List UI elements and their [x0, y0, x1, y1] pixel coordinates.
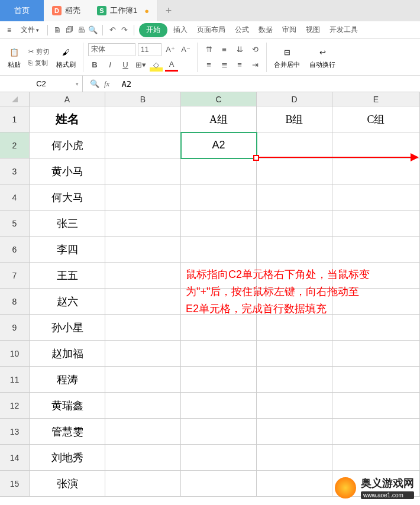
cell-C2[interactable]: A2: [181, 132, 257, 158]
border-button[interactable]: ⊞▾: [134, 59, 147, 72]
cell[interactable]: [257, 367, 332, 393]
name-box[interactable]: C2: [0, 76, 83, 92]
save-as-icon[interactable]: 🗐: [64, 25, 74, 35]
print-icon[interactable]: 🖶: [76, 25, 86, 35]
cell[interactable]: [105, 367, 181, 393]
row-header-1[interactable]: 1: [0, 106, 30, 132]
row-header-12[interactable]: 12: [0, 393, 30, 419]
cell[interactable]: [332, 211, 420, 237]
col-header-C[interactable]: C: [181, 92, 257, 106]
cell-A7[interactable]: 王五: [30, 263, 105, 289]
cell[interactable]: [257, 158, 332, 184]
row-header-14[interactable]: 14: [0, 445, 30, 471]
font-size-select[interactable]: 11: [138, 43, 161, 56]
undo-icon[interactable]: ↶: [108, 25, 117, 35]
cell-E1[interactable]: C组: [332, 106, 420, 132]
cell[interactable]: [105, 315, 181, 341]
cell[interactable]: [105, 184, 181, 211]
cell-A12[interactable]: 黄瑞鑫: [30, 393, 105, 419]
ribbon-tab-start[interactable]: 开始: [139, 23, 167, 37]
cell-A14[interactable]: 刘地秀: [30, 445, 105, 471]
bold-button[interactable]: B: [88, 59, 101, 72]
cell[interactable]: [332, 341, 420, 367]
cell-D2[interactable]: [257, 132, 332, 158]
cell[interactable]: [257, 393, 332, 419]
row-header-5[interactable]: 5: [0, 211, 30, 237]
font-color-button[interactable]: A: [165, 59, 178, 72]
cut-button[interactable]: ✂剪切: [28, 47, 49, 56]
row-header-2[interactable]: 2: [0, 132, 30, 158]
new-tab-button[interactable]: +: [158, 5, 179, 17]
cell-C1[interactable]: A组: [181, 106, 257, 132]
cell[interactable]: [257, 445, 332, 471]
format-painter-button[interactable]: 🖌 格式刷: [54, 44, 78, 70]
row-header-4[interactable]: 4: [0, 184, 30, 211]
cell[interactable]: [332, 158, 420, 184]
cell-A3[interactable]: 黄小马: [30, 158, 105, 184]
col-header-A[interactable]: A: [30, 92, 105, 106]
row-header-15[interactable]: 15: [0, 471, 30, 497]
save-icon[interactable]: 🗎: [53, 25, 62, 35]
row-header-8[interactable]: 8: [0, 289, 30, 315]
app-menu-icon[interactable]: ≡: [4, 23, 15, 37]
indent-icon[interactable]: ⇥: [248, 59, 261, 72]
cell[interactable]: [332, 419, 420, 445]
wrap-text-button[interactable]: ↩ 自动换行: [307, 44, 338, 70]
row-header-7[interactable]: 7: [0, 263, 30, 289]
cell[interactable]: [257, 471, 332, 497]
cell[interactable]: [181, 367, 257, 393]
cell[interactable]: [181, 184, 257, 211]
cell[interactable]: [332, 393, 420, 419]
cell[interactable]: [181, 211, 257, 237]
align-bottom-icon[interactable]: ⇊: [233, 43, 246, 56]
cell-A2[interactable]: 何小虎: [30, 132, 105, 158]
select-all-corner[interactable]: [0, 92, 30, 106]
row-header-9[interactable]: 9: [0, 315, 30, 341]
cell[interactable]: [105, 263, 181, 289]
cell-A9[interactable]: 孙小星: [30, 315, 105, 341]
cell[interactable]: [181, 471, 257, 497]
align-middle-icon[interactable]: ≡: [218, 43, 231, 56]
orientation-icon[interactable]: ⟲: [248, 43, 261, 56]
col-header-D[interactable]: D: [257, 92, 332, 106]
cell[interactable]: [257, 419, 332, 445]
cell-A13[interactable]: 管慧雯: [30, 419, 105, 445]
cell[interactable]: [257, 211, 332, 237]
fx-icon[interactable]: fx: [104, 79, 109, 89]
cell[interactable]: [332, 237, 420, 263]
cell-E2[interactable]: [332, 132, 420, 158]
cell[interactable]: [105, 211, 181, 237]
redo-icon[interactable]: ↷: [119, 25, 129, 35]
cell[interactable]: [105, 393, 181, 419]
tab-home[interactable]: 首页: [0, 0, 44, 21]
cell[interactable]: [257, 315, 332, 341]
cell[interactable]: [181, 158, 257, 184]
cell[interactable]: [257, 341, 332, 367]
cell[interactable]: [105, 471, 181, 497]
cell[interactable]: [332, 315, 420, 341]
cell[interactable]: [181, 315, 257, 341]
menu-file[interactable]: 文件▾: [17, 23, 43, 37]
fill-color-button[interactable]: ◇: [150, 59, 163, 72]
cell[interactable]: [181, 341, 257, 367]
cell[interactable]: [181, 445, 257, 471]
cell-A11[interactable]: 程涛: [30, 367, 105, 393]
decrease-font-icon[interactable]: A⁻: [179, 43, 192, 56]
cell[interactable]: [181, 393, 257, 419]
cell-A15[interactable]: 张演: [30, 471, 105, 497]
row-header-3[interactable]: 3: [0, 158, 30, 184]
tab-doc-1[interactable]: D 稻壳: [44, 0, 89, 21]
row-header-6[interactable]: 6: [0, 237, 30, 263]
font-name-select[interactable]: 宋体: [88, 43, 135, 56]
cell-A10[interactable]: 赵加福: [30, 341, 105, 367]
row-header-13[interactable]: 13: [0, 419, 30, 445]
cell[interactable]: [105, 341, 181, 367]
copy-button[interactable]: ⎘复制: [28, 59, 49, 67]
cell-A5[interactable]: 张三: [30, 211, 105, 237]
cell-A6[interactable]: 李四: [30, 237, 105, 263]
paste-button[interactable]: 📋 粘贴: [5, 44, 24, 70]
cell[interactable]: [105, 158, 181, 184]
cell[interactable]: [257, 237, 332, 263]
align-right-icon[interactable]: ≡: [233, 59, 246, 72]
cell[interactable]: [105, 419, 181, 445]
